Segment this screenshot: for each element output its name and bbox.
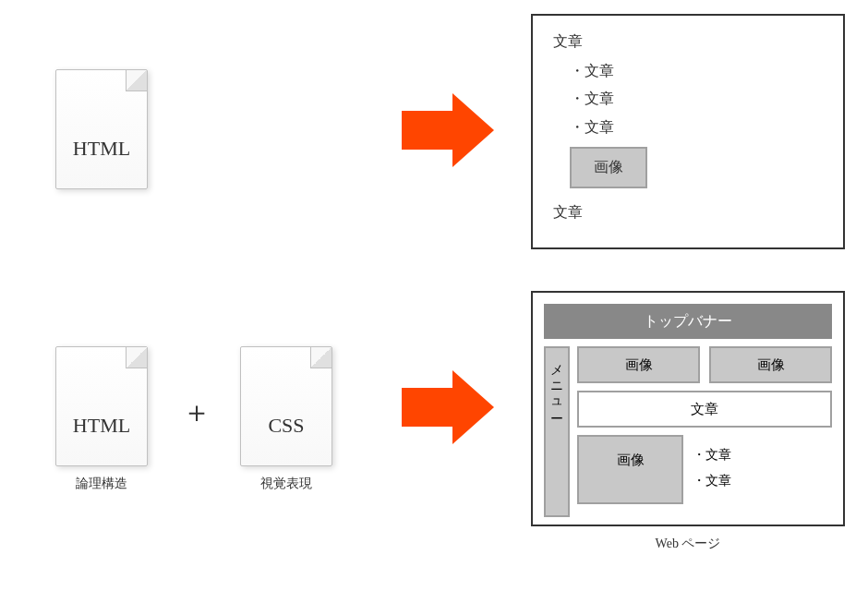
row-html-css: HTML 論理構造 ＋ CSS 視覚表現 トップバナー メニュー 画像 画像 文…: [0, 259, 868, 591]
image-placeholder: 画像: [570, 147, 647, 188]
row-html-only: HTML 文章 ・文章 ・文章 ・文章 画像 文章: [0, 0, 868, 259]
image-box: 画像: [709, 346, 832, 383]
html-css-output-styled: トップバナー メニュー 画像 画像 文章 画像 ・文章 ・文章: [531, 291, 845, 526]
plus-icon: ＋: [182, 392, 211, 433]
caption-html: 論理構造: [55, 476, 148, 492]
html-output-plain: 文章 ・文章 ・文章 ・文章 画像 文章: [531, 14, 845, 249]
html-file-icon: HTML: [55, 346, 148, 466]
sidebar-menu: メニュー: [544, 346, 570, 517]
caption-webpage: Web ページ: [531, 536, 845, 552]
bullet-list: ・文章 ・文章: [693, 435, 832, 504]
bullet-item: ・文章: [693, 442, 832, 468]
image-box-large: 画像: [577, 435, 683, 504]
bullet-item: ・文章: [693, 468, 832, 494]
file-label-html: HTML: [56, 414, 147, 438]
image-box: 画像: [577, 346, 700, 383]
file-label-html: HTML: [56, 137, 147, 161]
html-file-icon: HTML: [55, 69, 148, 189]
text-bottom: 文章: [553, 203, 823, 223]
main-content: 画像 画像 文章 画像 ・文章 ・文章: [577, 346, 832, 517]
bullet-item: ・文章: [570, 114, 823, 141]
top-banner: トップバナー: [544, 304, 832, 339]
bullet-item: ・文章: [570, 85, 823, 113]
text-box: 文章: [577, 391, 832, 428]
text-top: 文章: [553, 32, 823, 52]
bullet-item: ・文章: [570, 57, 823, 85]
css-file-icon: CSS: [240, 346, 332, 466]
file-label-css: CSS: [241, 414, 332, 438]
caption-css: 視覚表現: [240, 476, 332, 492]
